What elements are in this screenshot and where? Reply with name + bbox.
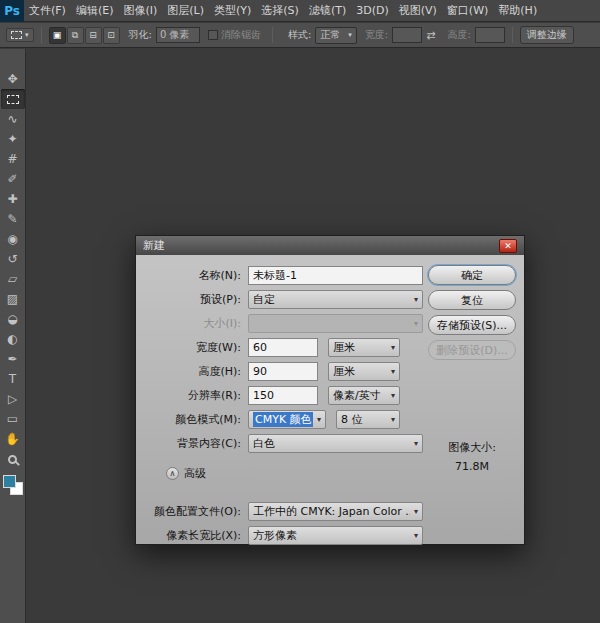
name-label: 名称(N): (136, 268, 248, 283)
background-contents-dropdown[interactable]: 白色 ▾ (248, 434, 423, 453)
crop-tool[interactable]: # (1, 149, 25, 169)
subtract-from-selection-button[interactable]: ⊟ (85, 27, 102, 44)
add-to-selection-button[interactable]: ⧉ (67, 27, 84, 44)
lasso-icon: ∿ (7, 113, 17, 125)
photoshop-logo-icon: Ps (0, 0, 24, 22)
menu-3d[interactable]: 3D(D) (351, 0, 394, 22)
brush-tool[interactable]: ✎ (1, 209, 25, 229)
blur-tool[interactable]: ◒ (1, 309, 25, 329)
chevron-down-icon: ▾ (410, 295, 418, 304)
antialias-checkbox[interactable] (208, 30, 218, 40)
menu-type[interactable]: 类型(Y) (209, 0, 256, 22)
menu-select[interactable]: 选择(S) (256, 0, 304, 22)
background-contents-label: 背景内容(C): (136, 436, 248, 451)
shape-tool[interactable]: ▭ (1, 409, 25, 429)
width-row: 宽度(W): 厘米 ▾ (136, 335, 428, 359)
width-input[interactable] (392, 27, 422, 43)
resolution-unit-dropdown[interactable]: 像素/英寸 ▾ (328, 386, 400, 405)
menu-layer[interactable]: 图层(L) (162, 0, 209, 22)
menu-edit[interactable]: 编辑(E) (71, 0, 119, 22)
type-tool[interactable]: T (1, 369, 25, 389)
save-preset-button[interactable]: 存储预设(S)... (428, 315, 516, 335)
lasso-tool[interactable]: ∿ (1, 109, 25, 129)
advanced-section-toggle[interactable]: ∧ 高级 (136, 461, 428, 485)
dodge-icon: ◐ (7, 333, 17, 345)
advanced-expander-icon[interactable]: ∧ (166, 467, 179, 480)
chevron-down-icon: ▾ (387, 367, 395, 376)
height-input[interactable] (248, 362, 318, 381)
zoom-icon (8, 455, 17, 464)
divider (512, 27, 513, 43)
tool-preset-dropdown[interactable]: ▾ (6, 28, 34, 42)
history-brush-tool[interactable]: ↺ (1, 249, 25, 269)
eraser-tool[interactable]: ▱ (1, 269, 25, 289)
image-size-block: 图像大小: 71.8M (426, 440, 518, 473)
spot-healing-brush-tool[interactable]: ✚ (1, 189, 25, 209)
menu-help[interactable]: 帮助(H) (493, 0, 542, 22)
move-tool[interactable]: ✥ (1, 69, 25, 89)
gradient-tool[interactable]: ▨ (1, 289, 25, 309)
path-selection-icon: ▷ (8, 393, 17, 405)
pixel-aspect-value: 方形像素 (253, 528, 297, 543)
background-contents-value: 白色 (253, 436, 275, 451)
hand-tool[interactable]: ✋ (1, 429, 25, 449)
name-row: 名称(N): (136, 263, 428, 287)
chevron-down-icon: ▾ (25, 31, 29, 39)
dodge-tool[interactable]: ◐ (1, 329, 25, 349)
resolution-unit-value: 像素/英寸 (333, 388, 381, 403)
swap-dimensions-icon[interactable]: ⇄ (426, 29, 435, 42)
pen-icon: ✒ (7, 353, 17, 365)
menu-window[interactable]: 窗口(W) (442, 0, 493, 22)
menu-view[interactable]: 视图(V) (394, 0, 442, 22)
reset-button[interactable]: 复位 (428, 290, 516, 310)
size-row: 大小(I): ▾ (136, 311, 428, 335)
image-size-label: 图像大小: (426, 440, 518, 455)
resolution-label: 分辨率(R): (136, 388, 248, 403)
pen-tool[interactable]: ✒ (1, 349, 25, 369)
new-selection-button[interactable]: ▣ (49, 27, 66, 44)
feather-input[interactable] (156, 27, 200, 43)
dialog-titlebar[interactable]: 新建 ✕ (136, 236, 524, 255)
preset-dropdown[interactable]: 自定 ▾ (248, 290, 423, 309)
color-profile-dropdown[interactable]: 工作中的 CMYK: Japan Color ... ▾ (248, 502, 423, 521)
height-row: 高度(H): 厘米 ▾ (136, 359, 428, 383)
color-mode-label: 颜色模式(M): (136, 412, 248, 427)
menu-filter[interactable]: 滤镜(T) (304, 0, 351, 22)
dialog-title: 新建 (143, 238, 165, 253)
size-label: 大小(I): (136, 316, 248, 331)
name-input[interactable] (248, 266, 423, 285)
pixel-aspect-dropdown[interactable]: 方形像素 ▾ (248, 526, 423, 545)
rectangular-marquee-tool[interactable] (1, 89, 25, 109)
pixel-aspect-label: 像素长宽比(X): (136, 528, 248, 543)
resolution-input[interactable] (248, 386, 318, 405)
refine-edge-button[interactable]: 调整边缘 (520, 26, 574, 44)
foreground-color-swatch[interactable] (3, 475, 16, 488)
shape-icon: ▭ (7, 413, 18, 425)
color-profile-label: 颜色配置文件(O): (136, 504, 248, 519)
eyedropper-tool[interactable]: ✐ (1, 169, 25, 189)
height-unit-value: 厘米 (333, 364, 355, 379)
image-size-value: 71.8M (426, 460, 518, 473)
width-unit-dropdown[interactable]: 厘米 ▾ (328, 338, 400, 357)
clone-stamp-tool[interactable]: ◉ (1, 229, 25, 249)
resolution-row: 分辨率(R): 像素/英寸 ▾ (136, 383, 428, 407)
color-mode-dropdown[interactable]: CMYK 颜色 ▾ (248, 410, 326, 429)
background-row: 背景内容(C): 白色 ▾ (136, 431, 428, 455)
height-input[interactable] (475, 27, 505, 43)
style-dropdown[interactable]: 正常 ▾ (315, 27, 357, 44)
magic-wand-tool[interactable]: ✦ (1, 129, 25, 149)
ok-button[interactable]: 确定 (428, 265, 516, 285)
height-unit-dropdown[interactable]: 厘米 ▾ (328, 362, 400, 381)
close-button[interactable]: ✕ (499, 239, 517, 253)
style-value: 正常 (320, 28, 340, 42)
path-selection-tool[interactable]: ▷ (1, 389, 25, 409)
intersect-selection-button[interactable]: ⊡ (103, 27, 120, 44)
dialog-body: 名称(N): 预设(P): 自定 ▾ 大小(I): ▾ 宽度(W): (136, 255, 524, 544)
zoom-tool[interactable] (1, 449, 25, 469)
menu-file[interactable]: 文件(F) (24, 0, 71, 22)
width-input[interactable] (248, 338, 318, 357)
bit-depth-dropdown[interactable]: 8 位 ▾ (336, 410, 400, 429)
brush-icon: ✎ (7, 213, 17, 225)
menu-image[interactable]: 图像(I) (118, 0, 162, 22)
preset-row: 预设(P): 自定 ▾ (136, 287, 428, 311)
